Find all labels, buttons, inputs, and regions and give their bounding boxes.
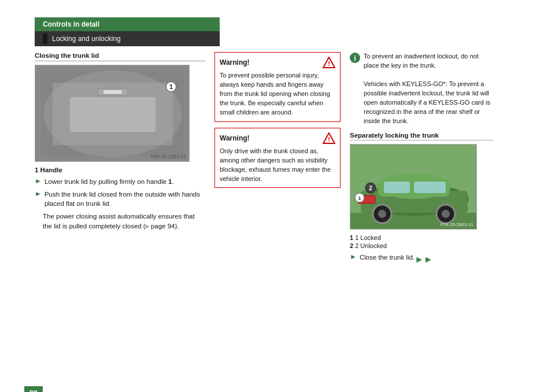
- separately-title: Separately locking the trunk: [350, 132, 493, 140]
- bullet-item-1: ► Lower trunk lid by pulling firmly on h…: [35, 177, 205, 187]
- info-circle-icon: i: [350, 53, 360, 63]
- bullet-item-2: ► Push the trunk lid closed from the out…: [35, 190, 205, 209]
- svg-text:2: 2: [369, 185, 372, 191]
- page-number: 90: [24, 386, 43, 392]
- bullet-text-1: Lower trunk lid by pulling firmly on han…: [45, 177, 174, 187]
- subheader-bar: Locking and unlocking: [35, 31, 220, 46]
- trunk-photo-id: P88.50-2393-01: [151, 154, 186, 160]
- bullet-text-2: Push the trunk lid closed from the outsi…: [45, 190, 205, 209]
- svg-rect-18: [414, 182, 446, 193]
- car-photo-id: P54.25-2963-31: [441, 222, 473, 227]
- middle-column: Warning! ! To prevent possible personal …: [214, 52, 341, 269]
- trunk-image: 1 P88.50-2393-01: [35, 65, 190, 162]
- warning-header-1: Warning! !: [220, 57, 335, 68]
- arrow-icon-3: ►: [350, 253, 357, 261]
- forward-arrow-icon: ►►: [415, 253, 433, 266]
- svg-text:!: !: [328, 136, 330, 143]
- header-subtitle: Locking and unlocking: [52, 35, 121, 43]
- car-image: 2 1 P54.25-2963-31: [350, 144, 477, 230]
- svg-text:1: 1: [358, 195, 361, 201]
- trunk-caption-1: 1 Handle: [35, 167, 205, 173]
- warning-triangle-icon-1: !: [323, 57, 335, 68]
- svg-rect-6: [103, 90, 122, 94]
- warning-text-2: Only drive with the trunk closed as, amo…: [220, 147, 335, 184]
- svg-point-22: [442, 210, 450, 218]
- arrow-icon-2: ►: [35, 190, 42, 198]
- page-container: Controls in detail Locking and unlocking…: [0, 17, 555, 392]
- warning-box-1: Warning! ! To prevent possible personal …: [214, 52, 341, 122]
- black-rect-icon: [43, 34, 47, 44]
- close-bullet: ► Close the trunk lid. ►►: [350, 253, 493, 266]
- trunk-label-1: 1: [166, 82, 176, 92]
- trunk-svg: [35, 65, 190, 162]
- warning-header-2: Warning! !: [220, 132, 335, 144]
- car-captions: 1 1 Locked 2 2 Unlocked: [350, 234, 493, 249]
- header-title: Controls in detail: [35, 17, 220, 31]
- arrow-icon-1: ►: [35, 177, 42, 185]
- warning-title-2: Warning!: [220, 134, 250, 142]
- main-content: Closing the trunk lid 1: [35, 52, 555, 269]
- car-caption-1: 1 1 Locked: [350, 234, 493, 241]
- info-text: To prevent an inadvertent lockout, do no…: [364, 52, 493, 126]
- right-column: i To prevent an inadvertent lockout, do …: [350, 52, 493, 269]
- car-svg: 2 1: [350, 145, 477, 230]
- svg-rect-17: [384, 182, 410, 193]
- note-text: The power closing assist automatically e…: [43, 212, 205, 231]
- left-column: Closing the trunk lid 1: [35, 52, 205, 269]
- car-caption-2: 2 2 Unlocked: [350, 242, 493, 249]
- closing-trunk-title: Closing the trunk lid: [35, 52, 205, 61]
- warning-title-1: Warning!: [220, 58, 250, 66]
- warning-box-2: Warning! ! Only drive with the trunk clo…: [214, 128, 341, 188]
- svg-rect-4: [70, 97, 156, 132]
- warning-text-1: To prevent possible personal injury, alw…: [220, 71, 335, 117]
- close-bullet-text: Close the trunk lid. ►►: [360, 253, 433, 266]
- info-box: i To prevent an inadvertent lockout, do …: [350, 52, 493, 126]
- svg-text:!: !: [328, 60, 330, 67]
- svg-point-20: [378, 210, 386, 218]
- trunk-image-inner: 1 P88.50-2393-01: [35, 65, 189, 161]
- warning-triangle-icon-2: !: [323, 132, 335, 144]
